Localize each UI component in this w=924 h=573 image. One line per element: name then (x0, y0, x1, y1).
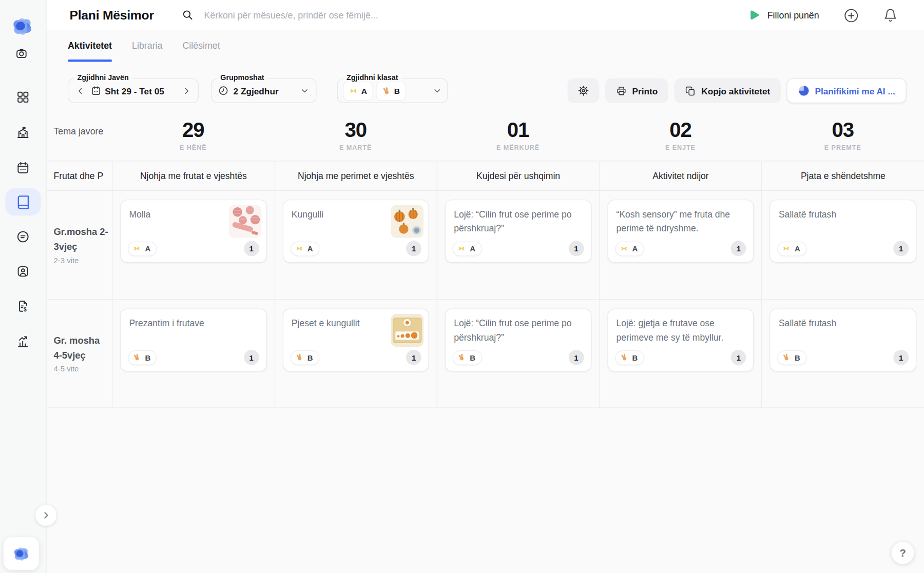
day-headers: Tema javore 29 E HËNË 30 E MARTË 01 E MË… (46, 118, 924, 151)
rabbit-icon (132, 353, 141, 362)
sidebar-item-calendar[interactable] (0, 154, 46, 182)
print-button-label: Printo (632, 86, 658, 96)
butterfly-icon (620, 244, 628, 252)
play-icon (747, 9, 761, 22)
camera-icon[interactable] (15, 47, 28, 60)
butterfly-icon (132, 244, 141, 252)
day-number: 30 (274, 119, 436, 142)
plus-circle-icon (844, 8, 859, 23)
settings-button[interactable] (567, 78, 599, 103)
classes-dropdown[interactable]: Zgjidhni klasat A B (337, 78, 448, 103)
activity-card[interactable]: Kungulli (283, 200, 429, 263)
profile-icon (16, 264, 30, 279)
sidebar-expand-button[interactable] (35, 505, 56, 526)
sidebar-item-statistics[interactable] (0, 328, 46, 355)
add-button[interactable] (844, 8, 859, 23)
theme-cell: Pjata e shëndetshme (762, 162, 924, 190)
toolbar: Printo Kopjo aktivitetet Planifikimi me … (567, 78, 906, 103)
weekly-theme-corner-label: Tema javore (46, 118, 112, 151)
activity-thumbnail (391, 205, 424, 238)
app-logo-icon[interactable] (7, 9, 38, 42)
day-name: E MARTË (274, 144, 436, 151)
tab-library[interactable]: Libraria (132, 36, 162, 62)
weekly-plan-grid: Frutat dhe P Njohja me frutat e vjeshtës… (46, 161, 924, 408)
group-label-cell: Gr.mosha 2-3vjeç 2-3 vite (46, 191, 112, 299)
activity-count-badge: 1 (731, 350, 746, 365)
activity-card[interactable]: Sallatë frutash A 1 (770, 200, 916, 263)
activity-title: Prezantim i frutave (129, 316, 258, 330)
ai-planning-button[interactable]: Planifikimi me AI ... (786, 78, 906, 103)
day-header: 02 E ENJTE (599, 118, 761, 151)
class-badge: B (615, 350, 644, 365)
group-age: 2-3 vite (53, 256, 112, 265)
class-badge-label: A (632, 244, 638, 253)
sidebar-item-profiles[interactable] (0, 258, 46, 285)
chevron-down-icon (433, 86, 442, 95)
activity-card[interactable]: Sallatë frutash B 1 (770, 309, 916, 372)
tab-activities[interactable]: Aktivitetet (68, 36, 112, 62)
class-badge-label: B (145, 353, 150, 362)
class-chip-a-label: A (361, 86, 367, 95)
age-groups-label: Grupmoshat (218, 73, 267, 82)
group-age: 4-5 vite (53, 365, 112, 373)
class-badge: A (615, 241, 644, 256)
print-button[interactable]: Printo (605, 78, 668, 103)
chevron-left-icon (76, 86, 85, 95)
sidebar-item-school[interactable] (0, 119, 46, 146)
activity-card[interactable]: Prezantim i frutave B 1 (120, 309, 266, 372)
classes-label: Zgjidhni klasat (343, 73, 401, 82)
calendar-small-icon (91, 85, 102, 96)
group-row-4-5: Gr. mosha 4-5vjeç 4-5 vite Prezantim i f… (46, 300, 924, 408)
group-name: Gr.mosha 2-3vjeç (53, 225, 110, 254)
start-work-button[interactable]: Filloni punën (747, 9, 819, 22)
day-header: 30 E MARTË (274, 118, 436, 151)
tab-settings[interactable]: Cilësimet (182, 36, 220, 62)
search-icon (182, 9, 195, 22)
activity-count-badge: 1 (244, 241, 259, 256)
school-icon (16, 126, 30, 140)
activity-title: Sallatë frutash (779, 316, 908, 330)
copy-activities-button[interactable]: Kopjo aktivitetet (674, 78, 780, 103)
day-number: 03 (762, 119, 924, 142)
activity-thumbnail (391, 314, 424, 347)
activity-card[interactable]: “Kosh sensory” me fruta dhe perime të nd… (607, 200, 754, 263)
activity-title: “Kosh sensory” me fruta dhe perime të nd… (617, 207, 745, 236)
class-badge-label: B (307, 353, 313, 362)
class-badge: A (128, 241, 157, 256)
notes-icon (16, 230, 30, 244)
class-chip-b[interactable]: B (376, 81, 406, 101)
activity-title: Lojë: gjetja e frutave ose perimeve me s… (617, 316, 745, 345)
activity-card[interactable]: Molla (120, 200, 266, 263)
class-badge: B (290, 350, 319, 365)
day-number: 02 (599, 119, 761, 142)
butterfly-icon (295, 244, 303, 252)
activity-card[interactable]: Pjeset e kungullit (283, 309, 429, 372)
theme-cell: Njohja me perimet e vjeshtës (274, 162, 436, 190)
theme-corner: Frutat dhe P (46, 162, 112, 190)
sidebar-item-lesson-plan[interactable] (0, 188, 46, 215)
ai-planning-label: Planifikimi me AI ... (815, 86, 895, 96)
help-button[interactable]: ? (892, 542, 914, 564)
lesson-plan-app: $ Plani Mësimor (0, 0, 924, 573)
activity-card[interactable]: Lojë: “Cilin frut ose perime po përshkru… (445, 309, 591, 372)
previous-week-button[interactable] (73, 84, 87, 98)
next-week-button[interactable] (179, 84, 194, 98)
theme-cell: Njohja me frutat e vjeshtës (112, 162, 274, 190)
search-input[interactable] (203, 9, 458, 21)
activity-card[interactable]: Lojë: “Cilin frut ose perime po përshkru… (445, 200, 591, 263)
activity-card[interactable]: Lojë: gjetja e frutave ose perimeve me s… (607, 309, 754, 372)
sidebar-item-billing[interactable]: $ (0, 293, 46, 320)
activity-count-badge: 1 (893, 241, 909, 256)
age-groups-dropdown[interactable]: Grupmoshat 2 Zgjedhur (211, 78, 316, 103)
week-selector[interactable]: Zgjidhni Javën Sht 29 - Tet 05 (68, 78, 199, 103)
class-chip-a[interactable]: A (343, 81, 373, 101)
rabbit-icon (295, 353, 303, 362)
day-cell: Lojë: “Cilin frut ose perime po përshkru… (437, 191, 599, 299)
start-work-label: Filloni punën (767, 10, 819, 21)
sidebar-item-dashboard[interactable] (0, 84, 46, 111)
sidebar-item-notes[interactable] (0, 223, 46, 250)
clock-icon (218, 85, 229, 96)
theme-cell: Aktivitet ndijor (599, 162, 761, 190)
company-logo[interactable] (4, 537, 39, 570)
notifications-button[interactable] (883, 8, 898, 23)
